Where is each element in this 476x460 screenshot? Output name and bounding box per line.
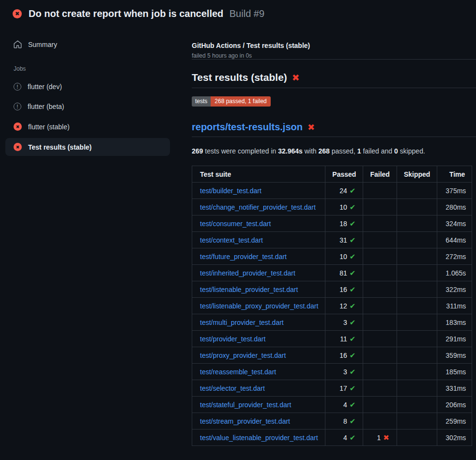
test-suite-link[interactable]: test/selector_test.dart — [200, 384, 265, 392]
passed-cell: 11✔ — [325, 331, 363, 347]
skipped-cell — [397, 314, 437, 331]
skipped-cell — [397, 364, 437, 380]
check-icon: ✔ — [350, 302, 356, 310]
time-cell: 375ms — [437, 183, 472, 199]
suite-cell: test/builder_test.dart — [192, 183, 325, 199]
passed-cell: 10✔ — [325, 248, 363, 265]
table-row: test/selector_test.dart 17✔ ✖ 331ms — [192, 380, 472, 397]
job-label: flutter (dev) — [28, 83, 62, 91]
failed-cell: ✖ — [363, 298, 397, 314]
summary-fragment: 32.964s — [278, 147, 303, 155]
time-cell: 644ms — [437, 232, 472, 248]
sidebar-item-summary[interactable]: Summary — [5, 36, 170, 53]
failed-cell: 1✖ — [363, 429, 397, 446]
passed-cell: 12✔ — [325, 298, 363, 314]
summary-fragment: skipped. — [398, 147, 425, 155]
check-icon: ✔ — [350, 203, 356, 211]
sidebar-job-item[interactable]: ! ✖ flutter (dev) — [5, 78, 170, 95]
report-file-link[interactable]: reports/test-results.json — [192, 122, 303, 133]
check-icon: ✔ — [350, 318, 356, 326]
suite-cell: test/listenable_provider_test.dart — [192, 281, 325, 298]
test-suite-link[interactable]: test/proxy_provider_test.dart — [200, 352, 286, 359]
passed-cell: 3✔ — [325, 314, 363, 331]
table-row: test/proxy_provider_test.dart 16✔ ✖ 359m… — [192, 347, 472, 364]
table-row: test/stateful_provider_test.dart 4✔ ✖ 20… — [192, 397, 472, 413]
test-results-table: Test suite Passed Failed Skipped Time te… — [192, 166, 472, 446]
summary-fragment: 0 — [394, 147, 398, 155]
passed-cell: 3✔ — [325, 364, 363, 380]
skipped-cell — [397, 429, 437, 446]
skipped-cell — [397, 397, 437, 413]
test-suite-link[interactable]: test/stream_provider_test.dart — [200, 417, 290, 425]
passed-cell: 4✔ — [325, 397, 363, 413]
failed-cell: ✖ — [363, 183, 397, 199]
suite-cell: test/stream_provider_test.dart — [192, 413, 325, 429]
sidebar: Summary Jobs ! ✖ flutter (dev) ! ✖ flutt… — [0, 26, 175, 156]
suite-cell: test/consumer_test.dart — [192, 215, 325, 232]
check-icon: ✔ — [350, 400, 356, 409]
summary-fragment: 268 — [319, 147, 330, 155]
skipped-cell — [397, 331, 437, 347]
skipped-cell — [397, 380, 437, 397]
suite-cell: test/reassemble_test.dart — [192, 364, 325, 380]
table-row: test/builder_test.dart 24✔ ✖ 375ms — [192, 183, 472, 199]
time-cell: 311ms — [437, 298, 472, 314]
passed-cell: 17✔ — [325, 380, 363, 397]
run-status-line: failed 5 hours ago in 0s — [192, 52, 476, 59]
failed-cell: ✖ — [363, 331, 397, 347]
time-cell: 183ms — [437, 314, 472, 331]
check-icon: ✔ — [350, 236, 356, 244]
suite-cell: test/multi_provider_test.dart — [192, 314, 325, 331]
time-cell: 331ms — [437, 380, 472, 397]
test-suite-link[interactable]: test/multi_provider_test.dart — [200, 319, 284, 326]
suite-cell: test/change_notifier_provider_test.dart — [192, 199, 325, 215]
failed-cell: ✖ — [363, 347, 397, 364]
table-row: test/provider_test.dart 11✔ ✖ 291ms — [192, 331, 472, 347]
table-row: test/inherited_provider_test.dart 81✔ ✖ … — [192, 265, 472, 281]
col-test-suite: Test suite — [192, 166, 325, 183]
skipped-cell — [397, 281, 437, 298]
test-suite-link[interactable]: test/stateful_provider_test.dart — [200, 401, 291, 409]
test-suite-link[interactable]: test/change_notifier_provider_test.dart — [200, 203, 316, 211]
passed-cell: 81✔ — [325, 265, 363, 281]
suite-cell: test/proxy_provider_test.dart — [192, 347, 325, 364]
test-suite-link[interactable]: test/builder_test.dart — [200, 187, 261, 195]
test-suite-link[interactable]: test/consumer_test.dart — [200, 220, 271, 228]
failed-cell: ✖ — [363, 397, 397, 413]
test-suite-link[interactable]: test/future_provider_test.dart — [200, 253, 287, 261]
badge-value: 268 passed, 1 failed — [211, 96, 270, 107]
job-label: flutter (stable) — [28, 123, 70, 131]
skipped-cell — [397, 199, 437, 215]
test-suite-link[interactable]: test/inherited_provider_test.dart — [200, 269, 295, 277]
passed-cell: 4✔ — [325, 429, 363, 446]
job-label: Test results (stable) — [28, 143, 92, 151]
sidebar-summary-label: Summary — [28, 41, 57, 48]
failed-cell: ✖ — [363, 314, 397, 331]
run-title: Do not create report when job is cancell… — [29, 8, 223, 19]
time-cell: 324ms — [437, 215, 472, 232]
summary-fragment: 1 — [357, 147, 361, 155]
time-cell: 291ms — [437, 331, 472, 347]
failed-cell: ✖ — [363, 364, 397, 380]
neutral-status-icon: ! — [14, 83, 21, 91]
test-suite-link[interactable]: test/value_listenable_provider_test.dart — [200, 434, 318, 442]
test-suite-link[interactable]: test/reassemble_test.dart — [200, 368, 276, 376]
sidebar-job-item[interactable]: ! ✖ flutter (stable) — [5, 118, 170, 136]
table-row: test/consumer_test.dart 18✔ ✖ 324ms — [192, 215, 472, 232]
test-suite-link[interactable]: test/listenable_provider_test.dart — [200, 286, 298, 293]
table-row: test/listenable_provider_test.dart 16✔ ✖… — [192, 281, 472, 298]
failed-cell: ✖ — [363, 232, 397, 248]
jobs-section-label: Jobs — [14, 65, 170, 72]
time-cell: 322ms — [437, 281, 472, 298]
sidebar-job-item[interactable]: ! ✖ Test results (stable) — [5, 138, 170, 156]
test-suite-link[interactable]: test/context_test.dart — [200, 236, 263, 244]
test-suite-link[interactable]: test/listenable_proxy_provider_test.dart — [200, 302, 318, 310]
table-row: test/stream_provider_test.dart 8✔ ✖ 259m… — [192, 413, 472, 429]
passed-cell: 10✔ — [325, 199, 363, 215]
sidebar-job-item[interactable]: ! ✖ flutter (beta) — [5, 98, 170, 115]
table-row: test/value_listenable_provider_test.dart… — [192, 429, 472, 446]
suite-cell: test/future_provider_test.dart — [192, 248, 325, 265]
time-cell: 206ms — [437, 397, 472, 413]
test-suite-link[interactable]: test/provider_test.dart — [200, 335, 265, 343]
failed-cell: ✖ — [363, 281, 397, 298]
